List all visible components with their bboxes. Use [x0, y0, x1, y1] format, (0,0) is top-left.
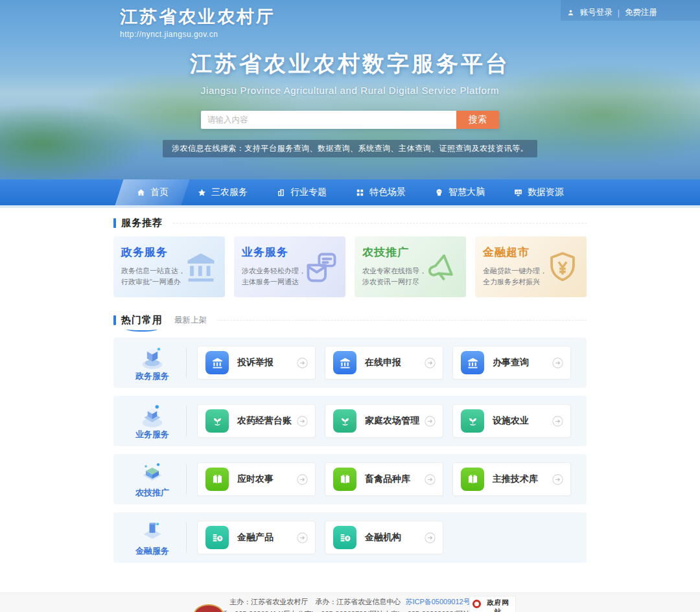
service-row-finance: 金融服务 ¥ 金融产品 ¥ 金融机构 [113, 512, 587, 563]
top-bar: 江苏省农业农村厅 http://nynct.jiangsu.gov.cn 账号登… [0, 0, 700, 34]
search-hint: 涉农信息在线搜索：支持平台服务查询、数据查询、系统查询、主体查询、证照查询及农技… [163, 140, 537, 157]
book-icon [205, 468, 229, 491]
gov-site-badge[interactable]: 政府网站 [469, 596, 516, 612]
category-agritech: 农技推广 [124, 460, 181, 499]
service-item-financial-institutions[interactable]: ¥ 金融机构 [325, 521, 443, 554]
star-icon [197, 188, 207, 198]
book-icon [333, 468, 356, 491]
service-item-affairs-inquiry[interactable]: 办事查询 [452, 346, 571, 380]
category-divider [186, 348, 187, 378]
service-row-agritech: 农技推广 应时农事 畜禽品种库 主推技术库 [113, 454, 587, 504]
service-item-pesticide-ledger[interactable]: 农药经营台账 [197, 404, 316, 438]
arrow-right-icon [297, 474, 308, 485]
icp-link[interactable]: 苏ICP备05009012号 [405, 598, 470, 606]
service-item-facility-agriculture[interactable]: 设施农业 [452, 404, 571, 438]
card-finance-supermarket[interactable]: 金融超市 金融贷款一键办理， 全力服务乡村振兴 [475, 236, 587, 297]
service-row-government: 政务服务 投诉举报 在线申报 办事查询 [113, 337, 587, 388]
home-icon [136, 188, 146, 198]
building-icon [276, 188, 286, 198]
sprout-icon [205, 409, 229, 433]
site-url: http://nynct.jiangsu.gov.cn [120, 30, 700, 39]
category-3d-icon [137, 402, 167, 428]
nav-item-scenes[interactable]: 特色场景 [341, 179, 420, 205]
sprout-icon [461, 409, 484, 433]
arrow-right-icon [425, 357, 436, 368]
data-icon [513, 188, 523, 198]
book-icon [461, 468, 484, 491]
gov-badge-icon [472, 600, 481, 608]
nav-item-brain[interactable]: 智慧大脑 [420, 179, 499, 205]
arrow-right-icon [425, 416, 436, 427]
recommend-cards: 政务服务 政务信息一站直达， 行政审批“一网通办 业务服务 涉农业务轻松办理， … [113, 236, 587, 297]
bank-icon [333, 351, 356, 374]
category-3d-icon [137, 519, 167, 545]
section-accent-bar [113, 315, 116, 325]
arrow-right-icon [425, 474, 436, 485]
search-bar: 搜索 [201, 111, 499, 129]
category-government: 政务服务 [124, 344, 181, 382]
footer-phone-line: 电话：025-86263414(厅办公室) 025-86263709(网站内容)… [0, 609, 700, 612]
nav-item-home[interactable]: 首页 [122, 179, 183, 205]
register-link[interactable]: 免费注册 [625, 7, 657, 18]
account-links: 账号登录 | 免费注册 [566, 7, 657, 18]
person-icon [566, 8, 575, 17]
brain-icon [434, 188, 444, 198]
category-divider [186, 406, 187, 436]
search-button[interactable]: 搜索 [456, 111, 499, 129]
service-item-online-declaration[interactable]: 在线申报 [325, 346, 443, 380]
nav-item-sannong[interactable]: 三农服务 [183, 179, 262, 205]
footer-host-line: 主办：江苏省农业农村厅 承办：江苏省农业信息中心 苏ICP备05009012号 [0, 593, 700, 607]
search-input[interactable] [201, 111, 456, 129]
section-header-hot: 热门常用 最新上架 [113, 297, 587, 326]
category-3d-icon [137, 344, 167, 370]
card-business-services[interactable]: 业务服务 涉农业务轻松办理， 主体服务一网通达 [234, 236, 345, 297]
nav-item-data[interactable]: 数据资源 [499, 179, 578, 205]
login-link[interactable]: 账号登录 [580, 7, 612, 18]
service-row-business: 业务服务 农药经营台账 家庭农场管理 设施农业 [113, 396, 587, 446]
arrow-right-icon [552, 416, 563, 427]
account-separator: | [618, 8, 620, 17]
svg-text:¥: ¥ [218, 536, 221, 540]
bank-icon [205, 351, 229, 374]
arrow-right-icon [552, 357, 563, 368]
service-item-livestock-breeds[interactable]: 畜禽品种库 [325, 462, 443, 496]
platform-title: 江苏省农业农村数字服务平台 [0, 49, 700, 79]
platform-subtitle: Jiangsu Province Agricultural and Rural … [0, 85, 700, 96]
section-dashed-line [217, 320, 587, 321]
coins-yuan-icon: ¥ [205, 526, 229, 549]
svg-text:¥: ¥ [346, 536, 349, 540]
main-nav: 首页 三农服务 行业专题 特色场景 智慧大脑 数据资源 [0, 179, 700, 205]
arrow-right-icon [297, 357, 308, 368]
sprout-icon [333, 409, 356, 433]
nav-item-industry[interactable]: 行业专题 [262, 179, 341, 205]
arrow-right-icon [425, 532, 436, 543]
arrow-right-icon [552, 474, 563, 485]
coins-yuan-icon: ¥ [333, 526, 356, 549]
category-3d-icon [137, 460, 167, 486]
section-accent-bar [113, 218, 116, 228]
section-title: 服务推荐 [121, 217, 163, 229]
hero-banner: 江苏省农业农村厅 http://nynct.jiangsu.gov.cn 账号登… [0, 0, 700, 179]
card-agritech-promotion[interactable]: 农技推广 农业专家在线指导， 涉农资讯一网打尽 [355, 236, 466, 297]
bank-icon [461, 351, 484, 374]
category-finance: 金融服务 [124, 519, 181, 557]
arrow-right-icon [297, 416, 308, 427]
page-content: 服务推荐 政务服务 政务信息一站直达， 行政审批“一网通办 业务服务 涉农业务轻… [0, 208, 700, 593]
service-item-complaint[interactable]: 投诉举报 [197, 346, 316, 380]
service-item-financial-products[interactable]: ¥ 金融产品 [197, 521, 316, 554]
service-item-family-farm[interactable]: 家庭农场管理 [325, 404, 443, 438]
category-business: 业务服务 [124, 402, 181, 440]
card-government-services[interactable]: 政务服务 政务信息一站直达， 行政审批“一网通办 [113, 236, 225, 297]
page-footer: 主办：江苏省农业农村厅 承办：江苏省农业信息中心 苏ICP备05009012号 … [0, 593, 700, 612]
section-dashed-line [173, 223, 587, 223]
grid-icon [355, 188, 365, 198]
tab-hot-common[interactable]: 热门常用 [121, 314, 163, 326]
category-divider [186, 464, 187, 494]
arrow-right-icon [297, 532, 308, 543]
section-header-recommend: 服务推荐 [113, 208, 587, 229]
service-item-seasonal-farming[interactable]: 应时农事 [197, 462, 316, 496]
category-divider [186, 523, 187, 552]
tab-newly-listed[interactable]: 最新上架 [174, 315, 207, 326]
service-item-main-tech-library[interactable]: 主推技术库 [452, 462, 571, 496]
hot-service-rows: 政务服务 投诉举报 在线申报 办事查询 [113, 337, 587, 563]
